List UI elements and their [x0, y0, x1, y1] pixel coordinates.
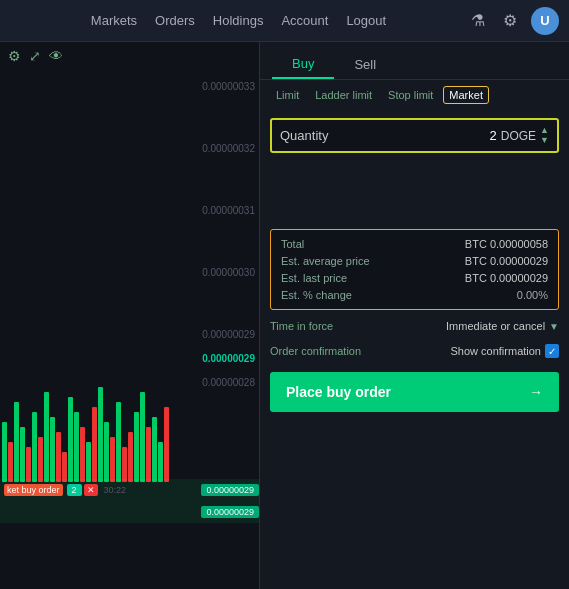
order-highlight-row-2: 0.00000029 — [0, 501, 259, 523]
chart-settings-icon[interactable]: ⚙ — [8, 48, 21, 64]
nav-links: Markets Orders Holdings Account Logout — [91, 13, 386, 28]
order-highlight-row: ket buy order 2 ✕ 30:22 0.00000029 — [0, 479, 259, 501]
order-confirmation-label: Order confirmation — [270, 345, 361, 357]
time-in-force-row: Time in force Immediate or cancel ▼ — [270, 318, 559, 334]
order-type-market[interactable]: Market — [443, 86, 489, 104]
total-label: Total — [281, 238, 304, 250]
summary-avg-price-row: Est. average price BTC 0.00000029 — [281, 255, 548, 267]
candle-bar — [104, 422, 109, 482]
order-confirmation-checkbox[interactable]: ✓ — [545, 344, 559, 358]
candle-bar — [8, 442, 13, 482]
pct-change-value: 0.00% — [517, 289, 548, 301]
flask-icon[interactable]: ⚗ — [467, 9, 489, 32]
candle-bar — [26, 447, 31, 482]
candle-bar — [164, 407, 169, 482]
price-labels: 0.00000033 0.00000032 0.00000031 0.00000… — [169, 82, 259, 440]
top-nav: Markets Orders Holdings Account Logout ⚗… — [0, 0, 569, 42]
tab-buy[interactable]: Buy — [272, 50, 334, 79]
chart-area: ⚙ ⤢ 👁 0.00000033 0.00000032 0.00000031 0… — [0, 42, 260, 589]
quantity-increment[interactable]: ▲ — [540, 126, 549, 135]
order-time: 30:22 — [104, 485, 127, 495]
price-level-5: 0.00000029 — [169, 354, 259, 364]
candle-bar — [14, 402, 19, 482]
nav-markets[interactable]: Markets — [91, 13, 137, 28]
candle-bar — [92, 407, 97, 482]
order-form: Quantity 2 DOGE ▲ ▼ Total BTC 0.00000058… — [260, 110, 569, 589]
price-level-0: 0.00000033 — [169, 82, 259, 92]
candle-bar — [68, 397, 73, 482]
price-level-2: 0.00000031 — [169, 206, 259, 216]
gear-icon[interactable]: ⚙ — [499, 9, 521, 32]
candle-bar — [128, 432, 133, 482]
candle-bar — [140, 392, 145, 482]
nav-account[interactable]: Account — [281, 13, 328, 28]
order-confirmation-value: Show confirmation ✓ — [451, 344, 560, 358]
candle-bar — [110, 437, 115, 482]
nav-orders[interactable]: Orders — [155, 13, 195, 28]
quantity-spinner[interactable]: ▲ ▼ — [540, 126, 549, 145]
quantity-input-group[interactable]: Quantity 2 DOGE ▲ ▼ — [270, 118, 559, 153]
right-panel: Buy Sell Limit Ladder limit Stop limit M… — [260, 42, 569, 589]
avg-price-label: Est. average price — [281, 255, 370, 267]
time-in-force-value[interactable]: Immediate or cancel ▼ — [446, 320, 559, 332]
last-price-label: Est. last price — [281, 272, 347, 284]
order-type-ladder-limit[interactable]: Ladder limit — [309, 86, 378, 104]
order-type-stop-limit[interactable]: Stop limit — [382, 86, 439, 104]
candle-bar — [50, 417, 55, 482]
quantity-decrement[interactable]: ▼ — [540, 136, 549, 145]
candle-bar — [98, 387, 103, 482]
quantity-label: Quantity — [280, 128, 490, 143]
nav-holdings[interactable]: Holdings — [213, 13, 264, 28]
chart-candles — [0, 82, 170, 482]
candle-bar — [74, 412, 79, 482]
price-level-1: 0.00000032 — [169, 144, 259, 154]
total-value: BTC 0.00000058 — [465, 238, 548, 250]
candle-bar — [122, 447, 127, 482]
order-confirmation-text: Show confirmation — [451, 345, 542, 357]
order-price-badge-2: 0.00000029 — [201, 506, 259, 518]
chart-expand-icon[interactable]: ⤢ — [29, 48, 41, 64]
price-level-3: 0.00000030 — [169, 268, 259, 278]
candle-bar — [134, 412, 139, 482]
pct-change-label: Est. % change — [281, 289, 352, 301]
candle-bar — [62, 452, 67, 482]
chart-eye-icon[interactable]: 👁 — [49, 48, 63, 64]
order-type-tabs: Limit Ladder limit Stop limit Market — [260, 80, 569, 110]
order-close-button[interactable]: ✕ — [84, 484, 98, 496]
time-in-force-text: Immediate or cancel — [446, 320, 545, 332]
avatar[interactable]: U — [531, 7, 559, 35]
order-type-limit[interactable]: Limit — [270, 86, 305, 104]
candle-bar — [86, 442, 91, 482]
summary-total-row: Total BTC 0.00000058 — [281, 238, 548, 250]
order-qty-badge: 2 — [67, 484, 82, 496]
quantity-currency: DOGE — [501, 129, 536, 143]
main-layout: ⚙ ⤢ 👁 0.00000033 0.00000032 0.00000031 0… — [0, 42, 569, 589]
place-buy-order-button[interactable]: Place buy order → — [270, 372, 559, 412]
nav-icons: ⚗ ⚙ U — [467, 7, 559, 35]
summary-box: Total BTC 0.00000058 Est. average price … — [270, 229, 559, 310]
tab-sell[interactable]: Sell — [334, 50, 396, 79]
order-type-label: ket buy order — [4, 484, 63, 496]
time-in-force-dropdown-icon: ▼ — [549, 321, 559, 332]
order-price-badge: 0.00000029 — [201, 484, 259, 496]
avg-price-value: BTC 0.00000029 — [465, 255, 548, 267]
price-level-6: 0.00000028 — [169, 378, 259, 388]
place-order-label: Place buy order — [286, 384, 391, 400]
last-price-value: BTC 0.00000029 — [465, 272, 548, 284]
candle-bar — [2, 422, 7, 482]
summary-last-price-row: Est. last price BTC 0.00000029 — [281, 272, 548, 284]
candle-bar — [158, 442, 163, 482]
candle-bar — [56, 432, 61, 482]
price-level-4: 0.00000029 — [169, 330, 259, 340]
chart-toolbar: ⚙ ⤢ 👁 — [0, 42, 259, 70]
candle-bar — [152, 417, 157, 482]
quantity-value: 2 — [490, 128, 497, 143]
time-in-force-label: Time in force — [270, 320, 333, 332]
order-confirmation-row: Order confirmation Show confirmation ✓ — [270, 342, 559, 360]
candle-bar — [80, 427, 85, 482]
form-spacer — [270, 161, 559, 221]
buy-sell-tabs: Buy Sell — [260, 42, 569, 80]
nav-logout[interactable]: Logout — [346, 13, 386, 28]
candle-bar — [20, 427, 25, 482]
candle-bar — [146, 427, 151, 482]
